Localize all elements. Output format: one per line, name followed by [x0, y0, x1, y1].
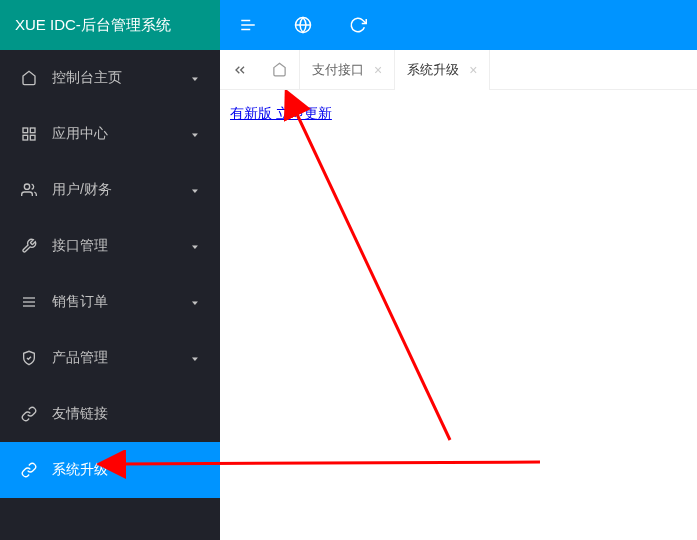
main-panel: 支付接口 × 系统升级 × 有新版 立即更新 [220, 0, 697, 540]
users-icon [20, 182, 38, 198]
sidebar-item-label: 应用中心 [52, 125, 190, 143]
toggle-sidebar-button[interactable] [220, 0, 275, 50]
sidebar-item-upgrade[interactable]: 系统升级 [0, 442, 220, 498]
globe-button[interactable] [275, 0, 330, 50]
chevron-down-icon: ▼ [190, 75, 200, 82]
sidebar-menu: 控制台主页 ▼ 应用中心 ▼ 用户/财务 ▼ [0, 50, 220, 540]
tab-close-button[interactable]: × [469, 63, 477, 77]
svg-rect-0 [23, 128, 28, 133]
tab-home-button[interactable] [260, 50, 300, 90]
sidebar-item-label: 产品管理 [52, 349, 190, 367]
chevrons-left-icon [232, 62, 248, 78]
sidebar-item-label: 用户/财务 [52, 181, 190, 199]
chevron-down-icon: ▼ [190, 299, 200, 306]
svg-rect-2 [30, 135, 35, 140]
refresh-icon [349, 16, 367, 34]
grid-icon [20, 126, 38, 142]
chevron-down-icon: ▼ [190, 131, 200, 138]
sidebar-item-label: 接口管理 [52, 237, 190, 255]
app-title: XUE IDC-后台管理系统 [0, 0, 220, 50]
sidebar-item-orders[interactable]: 销售订单 ▼ [0, 274, 220, 330]
chevron-down-icon: ▼ [190, 187, 200, 194]
link-icon [20, 462, 38, 478]
svg-rect-1 [30, 128, 35, 133]
list-icon [20, 294, 38, 310]
tabs-collapse-button[interactable] [220, 50, 260, 90]
shield-icon [20, 350, 38, 366]
sidebar-item-products[interactable]: 产品管理 ▼ [0, 330, 220, 386]
app-title-text: XUE IDC-后台管理系统 [15, 16, 171, 35]
sidebar-item-apps[interactable]: 应用中心 ▼ [0, 106, 220, 162]
sidebar: XUE IDC-后台管理系统 控制台主页 ▼ 应用中心 ▼ [0, 0, 220, 540]
tab-close-button[interactable]: × [374, 63, 382, 77]
content-area: 有新版 立即更新 [220, 90, 697, 540]
svg-line-14 [295, 110, 450, 440]
svg-rect-3 [23, 135, 28, 140]
topbar [220, 0, 697, 50]
sidebar-item-label: 系统升级 [52, 461, 200, 479]
home-icon [272, 62, 287, 77]
globe-icon [294, 16, 312, 34]
sidebar-item-label: 销售订单 [52, 293, 190, 311]
wrench-icon [20, 238, 38, 254]
tab-label: 支付接口 [312, 61, 364, 79]
sidebar-item-links[interactable]: 友情链接 [0, 386, 220, 442]
tab-bar: 支付接口 × 系统升级 × [220, 50, 697, 90]
update-link[interactable]: 有新版 立即更新 [230, 105, 332, 121]
menu-icon [239, 16, 257, 34]
link-icon [20, 406, 38, 422]
home-icon [20, 70, 38, 86]
sidebar-item-label: 控制台主页 [52, 69, 190, 87]
sidebar-item-users[interactable]: 用户/财务 ▼ [0, 162, 220, 218]
refresh-button[interactable] [330, 0, 385, 50]
tab-label: 系统升级 [407, 61, 459, 79]
tab-payment[interactable]: 支付接口 × [300, 50, 395, 90]
chevron-down-icon: ▼ [190, 243, 200, 250]
sidebar-item-label: 友情链接 [52, 405, 200, 423]
sidebar-item-interface[interactable]: 接口管理 ▼ [0, 218, 220, 274]
chevron-down-icon: ▼ [190, 355, 200, 362]
svg-point-4 [24, 184, 29, 189]
sidebar-item-dashboard[interactable]: 控制台主页 ▼ [0, 50, 220, 106]
tab-upgrade[interactable]: 系统升级 × [395, 50, 490, 90]
